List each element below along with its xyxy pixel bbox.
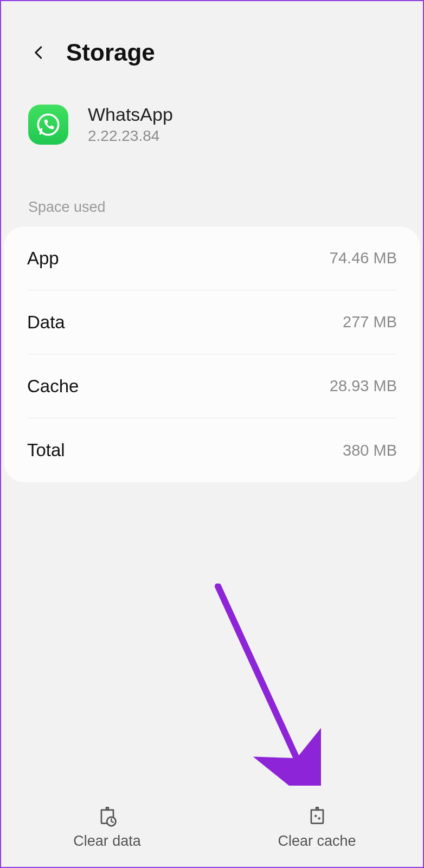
row-value: 277 MB bbox=[343, 313, 397, 331]
clear-cache-button[interactable]: Clear cache bbox=[212, 786, 422, 867]
app-version: 2.22.23.84 bbox=[88, 127, 173, 145]
bottom-bar: Clear data Clear cache bbox=[2, 786, 422, 867]
annotation-arrow bbox=[213, 584, 321, 800]
app-info: WhatsApp 2.22.23.84 bbox=[1, 88, 423, 172]
row-label: App bbox=[27, 248, 59, 269]
clear-data-button[interactable]: Clear data bbox=[2, 786, 212, 867]
page-title: Storage bbox=[66, 39, 155, 66]
row-total: Total 380 MB bbox=[27, 418, 397, 482]
app-name: WhatsApp bbox=[88, 104, 173, 125]
back-button[interactable] bbox=[28, 42, 50, 63]
row-cache: Cache 28.93 MB bbox=[27, 354, 397, 418]
whatsapp-icon bbox=[28, 105, 68, 145]
storage-card: App 74.46 MB Data 277 MB Cache 28.93 MB … bbox=[4, 226, 420, 482]
header: Storage bbox=[1, 1, 423, 88]
row-label: Cache bbox=[27, 376, 79, 397]
row-label: Total bbox=[27, 440, 65, 461]
clear-data-icon bbox=[95, 804, 119, 827]
row-label: Data bbox=[27, 312, 65, 333]
row-app: App 74.46 MB bbox=[27, 226, 397, 290]
row-data: Data 277 MB bbox=[27, 290, 397, 354]
chevron-left-icon bbox=[31, 44, 47, 61]
svg-line-1 bbox=[218, 586, 305, 776]
row-value: 380 MB bbox=[343, 442, 397, 459]
clear-cache-icon bbox=[305, 804, 329, 827]
row-value: 28.93 MB bbox=[330, 377, 397, 395]
clear-cache-label: Clear cache bbox=[278, 833, 356, 850]
section-label: Space used bbox=[1, 172, 423, 226]
row-value: 74.46 MB bbox=[330, 249, 397, 267]
clear-data-label: Clear data bbox=[73, 833, 141, 850]
